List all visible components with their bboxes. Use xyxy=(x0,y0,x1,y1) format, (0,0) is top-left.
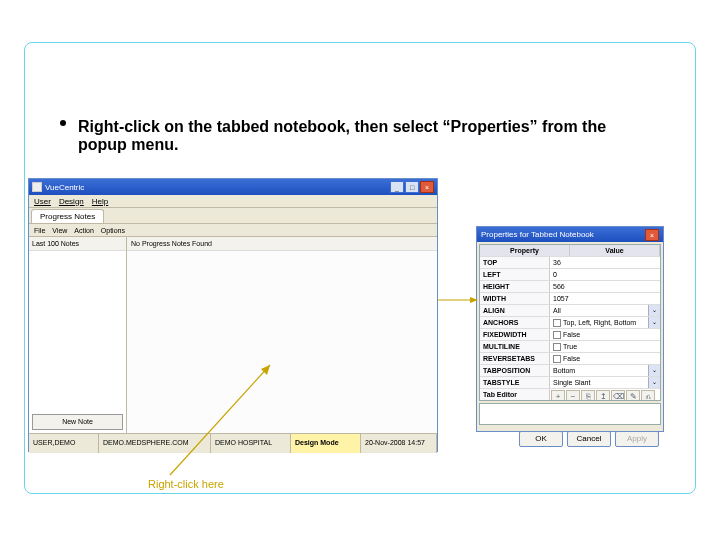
pw-button-row: OK Cancel Apply xyxy=(477,427,663,451)
status-datetime: 20-Nov-2008 14:57 xyxy=(361,434,437,453)
arrow-to-properties xyxy=(436,294,480,306)
property-value[interactable]: Single Slant⌄ xyxy=(550,377,660,388)
property-value-text: False xyxy=(563,331,580,338)
property-row[interactable]: TABSTYLESingle Slant⌄ xyxy=(480,376,660,388)
vc-toolbar: File View Action Options xyxy=(29,224,437,237)
checkbox-icon[interactable] xyxy=(553,343,561,351)
property-key: WIDTH xyxy=(480,293,550,304)
side-list[interactable] xyxy=(29,251,126,411)
property-row[interactable]: HEIGHT566 xyxy=(480,280,660,292)
tab-editor-tool[interactable]: ✎ xyxy=(626,390,640,400)
tab-progress-notes[interactable]: Progress Notes xyxy=(31,209,104,223)
checkbox-icon[interactable] xyxy=(553,355,561,363)
tb-view[interactable]: View xyxy=(52,227,67,234)
status-mode: Design Mode xyxy=(291,434,361,453)
chevron-down-icon[interactable]: ⌄ xyxy=(648,365,660,376)
property-value-text: Top, Left, Right, Bottom xyxy=(563,319,636,326)
property-value[interactable]: Bottom⌄ xyxy=(550,365,660,376)
pw-title: Properties for Tabbed Notebook xyxy=(481,230,644,239)
vc-titlebar[interactable]: VueCentric _ □ × xyxy=(29,179,437,195)
property-value[interactable]: False xyxy=(550,329,660,340)
menu-user[interactable]: User xyxy=(34,197,51,206)
property-row[interactable]: FIXEDWIDTHFalse xyxy=(480,328,660,340)
vc-sidebar: Last 100 Notes New Note xyxy=(29,237,127,433)
property-value[interactable]: 566 xyxy=(550,281,660,292)
instruction-bullet: Right-click on the tabbed notebook, then… xyxy=(78,118,658,154)
pw-grid: Property Value TOP36LEFT0HEIGHT566WIDTH1… xyxy=(479,244,661,401)
tb-file[interactable]: File xyxy=(34,227,45,234)
property-value-text: Single Slant xyxy=(553,379,590,386)
chevron-down-icon[interactable]: ⌄ xyxy=(648,317,660,328)
tab-editor-tool[interactable]: ⎌ xyxy=(641,390,655,400)
tab-editor-tool[interactable]: + xyxy=(551,390,565,400)
pw-hdr-property: Property xyxy=(480,245,570,256)
pw-titlebar[interactable]: Properties for Tabbed Notebook × xyxy=(477,227,663,242)
cancel-button[interactable]: Cancel xyxy=(567,431,611,447)
property-value-text: Bottom xyxy=(553,367,575,374)
property-key: ANCHORS xyxy=(480,317,550,328)
property-row[interactable]: ALIGNAll⌄ xyxy=(480,304,660,316)
property-key: Tab Editor xyxy=(480,389,550,400)
main-header: No Progress Notes Found xyxy=(127,237,437,251)
tb-options[interactable]: Options xyxy=(101,227,125,234)
apply-button[interactable]: Apply xyxy=(615,431,659,447)
chevron-down-icon[interactable]: ⌄ xyxy=(648,305,660,316)
property-row[interactable]: ANCHORSTop, Left, Right, Bottom⌄ xyxy=(480,316,660,328)
property-value-text: All xyxy=(553,307,561,314)
property-row[interactable]: TOP36 xyxy=(480,256,660,268)
property-row[interactable]: LEFT0 xyxy=(480,268,660,280)
menu-help[interactable]: Help xyxy=(92,197,108,206)
tb-action[interactable]: Action xyxy=(74,227,93,234)
property-key: TABSTYLE xyxy=(480,377,550,388)
vc-menubar: User Design Help xyxy=(29,195,437,208)
property-value-text: 1057 xyxy=(553,295,569,302)
ok-button[interactable]: OK xyxy=(519,431,563,447)
property-value[interactable]: 0 xyxy=(550,269,660,280)
tab-editor-tool[interactable]: ⎘ xyxy=(581,390,595,400)
maximize-button[interactable]: □ xyxy=(405,181,419,193)
instruction-text: Right-click on the tabbed notebook, then… xyxy=(78,118,606,153)
property-value[interactable]: +−⎘↥⌫✎⎌ xyxy=(550,389,660,400)
property-value[interactable]: 1057 xyxy=(550,293,660,304)
property-row[interactable]: MULTILINETrue xyxy=(480,340,660,352)
caption-rightclick: Right-click here xyxy=(148,478,224,490)
status-user: USER,DEMO xyxy=(29,434,99,453)
property-key: HEIGHT xyxy=(480,281,550,292)
property-key: TABPOSITION xyxy=(480,365,550,376)
menu-design[interactable]: Design xyxy=(59,197,84,206)
arrow-to-notebook xyxy=(150,350,290,480)
property-row[interactable]: TABPOSITIONBottom⌄ xyxy=(480,364,660,376)
new-note-button[interactable]: New Note xyxy=(32,414,123,430)
vc-tab-row: Progress Notes xyxy=(29,208,437,224)
close-button[interactable]: × xyxy=(420,181,434,193)
property-key: ALIGN xyxy=(480,305,550,316)
pw-header-row: Property Value xyxy=(480,245,660,256)
app-icon xyxy=(32,182,42,192)
pw-close-button[interactable]: × xyxy=(645,229,659,241)
property-value[interactable]: All⌄ xyxy=(550,305,660,316)
property-value-text: True xyxy=(563,343,577,350)
property-value[interactable]: False xyxy=(550,353,660,364)
property-row[interactable]: Tab Editor+−⎘↥⌫✎⎌ xyxy=(480,388,660,400)
property-value[interactable]: True xyxy=(550,341,660,352)
tab-editor-tool[interactable]: ↥ xyxy=(596,390,610,400)
property-value[interactable]: Top, Left, Right, Bottom⌄ xyxy=(550,317,660,328)
checkbox-icon[interactable] xyxy=(553,331,561,339)
property-value-text: 36 xyxy=(553,259,561,266)
property-row[interactable]: WIDTH1057 xyxy=(480,292,660,304)
property-value[interactable]: 36 xyxy=(550,257,660,268)
bullet-dot xyxy=(60,120,66,126)
property-key: TOP xyxy=(480,257,550,268)
pw-description xyxy=(479,403,661,425)
svg-marker-3 xyxy=(470,297,478,303)
tab-editor-tool[interactable]: ⌫ xyxy=(611,390,625,400)
minimize-button[interactable]: _ xyxy=(390,181,404,193)
property-key: LEFT xyxy=(480,269,550,280)
checkbox-icon[interactable] xyxy=(553,319,561,327)
property-value-text: 0 xyxy=(553,271,557,278)
tab-editor-tool[interactable]: − xyxy=(566,390,580,400)
property-row[interactable]: REVERSETABSFalse xyxy=(480,352,660,364)
chevron-down-icon[interactable]: ⌄ xyxy=(648,377,660,388)
property-key: MULTILINE xyxy=(480,341,550,352)
pw-hdr-value: Value xyxy=(570,245,660,256)
